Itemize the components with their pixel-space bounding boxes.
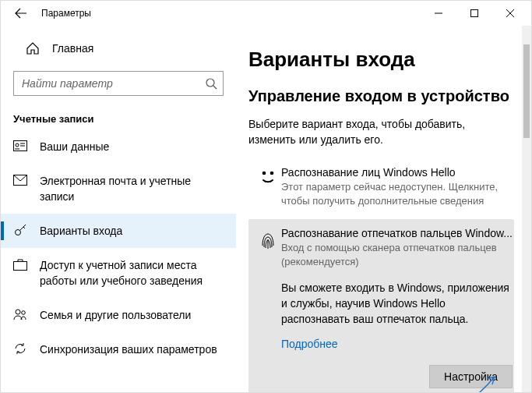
close-button[interactable] [492,1,528,26]
nav-sync[interactable]: Синхронизация ваших параметров [1,332,236,366]
back-arrow-icon [15,7,27,19]
home-label: Главная [52,42,93,55]
key-icon [13,223,27,237]
option-title: Распознавание отпечатков пальцев Window.… [281,227,513,239]
main-pane: Варианты входа Управление входом в устро… [236,26,531,392]
mail-icon [13,173,27,187]
svg-line-14 [23,227,25,228]
minimize-icon [435,9,442,17]
svg-rect-1 [471,10,478,17]
briefcase-icon [13,257,27,271]
svg-rect-15 [14,262,27,271]
svg-point-18 [262,172,266,175]
learn-more-link[interactable]: Подробнее [281,338,338,350]
option-face[interactable]: Распознавание лиц Windows Hello Этот пар… [248,158,514,216]
scrollbar[interactable] [522,26,531,392]
option-extra-text: Вы сможете входить в Windows, приложения… [281,280,513,327]
nav-family[interactable]: Семья и другие пользователи [1,298,236,332]
svg-line-13 [20,225,26,231]
home-button[interactable]: Главная [1,35,236,62]
option-subtitle: Вход с помощью сканера отпечатков пальце… [281,241,513,269]
svg-point-19 [270,172,274,175]
maximize-button[interactable] [456,1,492,26]
nav-label: Ваши данные [40,139,109,154]
svg-point-17 [22,311,26,315]
category-header: Учетные записи [13,113,224,125]
window-title: Параметры [41,8,91,19]
nav-label: Доступ к учетной записи места работы или… [40,257,224,289]
nav-label: Электронная почта и учетные записи [40,173,224,204]
home-icon [26,41,40,55]
nav-your-info[interactable]: Ваши данные [1,129,236,164]
close-icon [506,9,514,17]
option-fingerprint[interactable]: Распознавание отпечатков пальцев Window.… [248,219,514,392]
nav-label: Семья и другие пользователи [40,307,191,323]
page-title: Варианты входа [248,48,514,72]
minimize-button[interactable] [421,1,456,26]
face-icon [255,166,281,208]
maximize-icon [470,9,478,17]
nav-label: Синхронизация ваших параметров [40,342,217,357]
id-card-icon [13,139,27,153]
setup-button[interactable]: Настройка [429,365,513,388]
option-subtitle: Этот параметр сейчас недоступен. Щелкнит… [281,180,508,208]
nav-email-accounts[interactable]: Электронная почта и учетные записи [1,164,236,214]
fingerprint-icon [255,227,281,388]
people-icon [13,307,27,321]
option-title: Распознавание лиц Windows Hello [281,166,508,179]
search-input[interactable] [13,71,224,96]
sync-icon [13,342,27,356]
svg-point-16 [16,310,20,314]
page-subheading: Управление входом в устройство [248,87,514,105]
svg-point-12 [16,230,21,235]
nav-label: Варианты входа [40,223,122,239]
svg-point-7 [16,143,19,147]
nav-pane: Главная Учетные записи Ваши данные Элект… [1,26,236,392]
nav-work-school[interactable]: Доступ к учетной записи места работы или… [1,248,236,298]
back-button[interactable] [7,1,35,26]
nav-signin-options[interactable]: Варианты входа [1,214,236,248]
page-description: Выберите вариант входа, чтобы добавить, … [248,116,514,147]
